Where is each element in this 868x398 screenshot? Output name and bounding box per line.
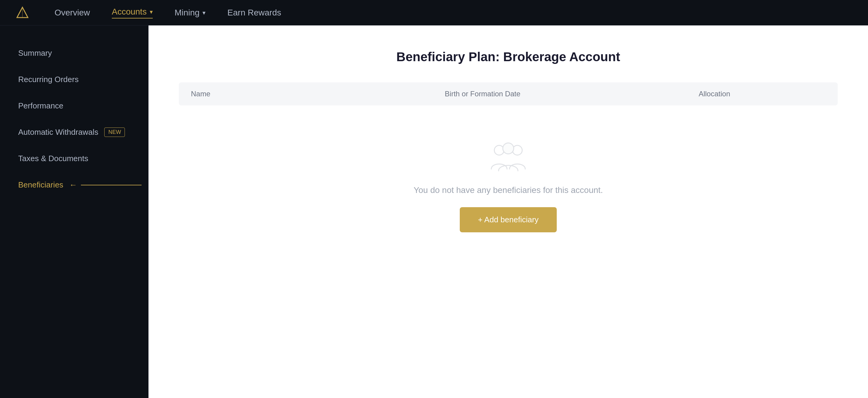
main-layout: Summary Recurring Orders Performance Aut… [0, 26, 868, 398]
column-header-birth-date: Birth or Formation Date [445, 90, 699, 98]
beneficiaries-arrow-icon: ← [69, 180, 142, 190]
table-header: Name Birth or Formation Date Allocation [179, 82, 838, 105]
sidebar-item-beneficiaries[interactable]: Beneficiaries ← [0, 172, 148, 198]
empty-state: You do not have any beneficiaries for th… [179, 105, 838, 269]
nav-item-accounts[interactable]: Accounts ▾ [112, 7, 153, 19]
column-header-allocation: Allocation [699, 90, 826, 98]
nav-items-list: Overview Accounts ▾ Mining ▾ Earn Reward… [55, 7, 281, 19]
column-header-name: Name [191, 90, 445, 98]
mining-chevron-icon: ▾ [203, 9, 206, 16]
page-title: Beneficiary Plan: Brokerage Account [179, 50, 838, 64]
sidebar: Summary Recurring Orders Performance Aut… [0, 26, 149, 398]
accounts-chevron-icon: ▾ [150, 8, 153, 15]
nav-item-earn-rewards[interactable]: Earn Rewards [227, 8, 281, 18]
empty-state-text: You do not have any beneficiaries for th… [414, 186, 603, 195]
svg-point-3 [513, 145, 522, 155]
sidebar-item-recurring-orders[interactable]: Recurring Orders [0, 66, 148, 93]
sidebar-item-taxes-documents[interactable]: Taxes & Documents [0, 145, 148, 172]
svg-point-4 [503, 143, 514, 154]
top-navigation: Overview Accounts ▾ Mining ▾ Earn Reward… [0, 0, 868, 26]
nav-item-overview[interactable]: Overview [55, 8, 90, 18]
content-area: Beneficiary Plan: Brokerage Account Name… [149, 26, 868, 398]
new-badge: NEW [104, 128, 125, 137]
beneficiary-panel: Beneficiary Plan: Brokerage Account Name… [149, 26, 868, 398]
sidebar-item-automatic-withdrawals[interactable]: Automatic Withdrawals NEW [0, 119, 148, 145]
svg-point-2 [494, 145, 504, 155]
beneficiaries-icon [490, 142, 526, 173]
app-logo[interactable] [14, 5, 30, 21]
sidebar-item-summary[interactable]: Summary [0, 40, 148, 66]
nav-item-mining[interactable]: Mining ▾ [175, 8, 206, 18]
add-beneficiary-button[interactable]: + Add beneficiary [460, 207, 557, 232]
sidebar-item-performance[interactable]: Performance [0, 93, 148, 119]
